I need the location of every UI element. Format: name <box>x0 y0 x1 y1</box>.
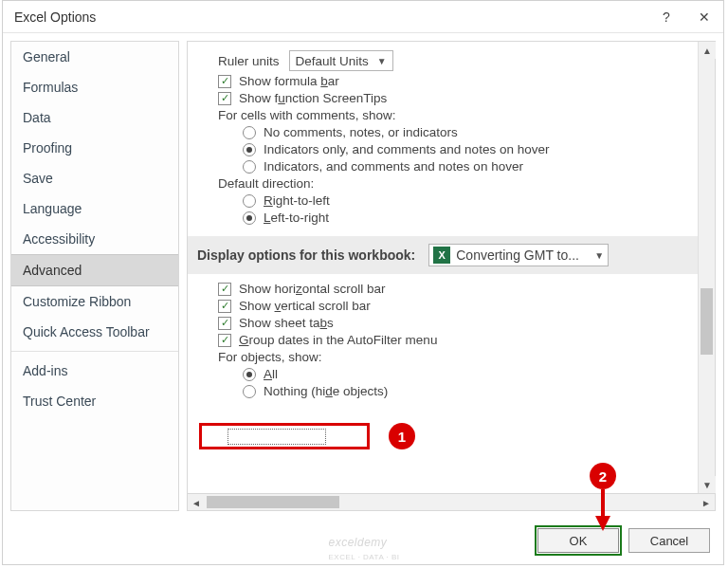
sidebar: General Formulas Data Proofing Save Lang… <box>10 41 179 511</box>
show-formula-bar-row[interactable]: Show formula bar <box>197 74 688 88</box>
excel-file-icon: X <box>433 247 450 264</box>
objects-all-label: All <box>264 367 278 381</box>
annotation-focus-sheet-tabs <box>228 429 326 445</box>
scroll-right-icon[interactable]: ► <box>698 494 715 511</box>
content-scroll: Ruler units Default Units ▼ Show formula… <box>187 41 716 494</box>
ruler-units-row: Ruler units Default Units ▼ <box>197 50 688 71</box>
radio-icon <box>243 385 256 398</box>
show-vscroll-label: Show vertical scroll bar <box>239 299 371 313</box>
ok-button[interactable]: OK <box>537 528 619 553</box>
sidebar-item-save[interactable]: Save <box>11 163 178 193</box>
direction-rtl-label: Right-to-left <box>264 193 330 208</box>
chevron-down-icon: ▼ <box>589 250 604 261</box>
sidebar-separator <box>11 351 178 352</box>
main-area: General Formulas Data Proofing Save Lang… <box>3 33 723 519</box>
workbook-name: Converting GMT to... <box>456 247 579 263</box>
sidebar-item-proofing[interactable]: Proofing <box>11 133 178 163</box>
workbook-select[interactable]: X Converting GMT to... ▼ <box>428 244 609 266</box>
horizontal-scrollbar[interactable]: ◄ ► <box>187 494 716 511</box>
show-function-screentips-row[interactable]: Show function ScreenTips <box>197 91 688 105</box>
scroll-down-icon[interactable]: ▼ <box>699 476 716 493</box>
sidebar-item-advanced[interactable]: Advanced <box>11 254 178 286</box>
sidebar-item-quick-access-toolbar[interactable]: Quick Access Toolbar <box>11 317 178 347</box>
radio-icon <box>243 211 256 225</box>
checkbox-icon <box>218 334 231 347</box>
titlebar: Excel Options ? ✕ <box>3 1 723 33</box>
direction-ltr[interactable]: Left-to-right <box>197 211 688 225</box>
sidebar-item-formulas[interactable]: Formulas <box>11 72 178 102</box>
show-hscroll-label: Show horizontal scroll bar <box>239 282 386 296</box>
ruler-units-label: Ruler units <box>218 54 280 68</box>
hscroll-thumb[interactable] <box>207 496 339 508</box>
checkbox-icon <box>218 283 231 296</box>
sidebar-item-data[interactable]: Data <box>11 102 178 133</box>
comments-opt-indicators-hover[interactable]: Indicators only, and comments and notes … <box>197 142 688 156</box>
direction-ltr-label: Left-to-right <box>264 211 329 225</box>
sidebar-item-add-ins[interactable]: Add-ins <box>11 356 178 386</box>
comments-heading: For cells with comments, show: <box>197 108 688 122</box>
group-dates-label: Group dates in the AutoFilter menu <box>239 333 437 347</box>
group-dates-row[interactable]: Group dates in the AutoFilter menu <box>197 333 688 347</box>
objects-all[interactable]: All <box>197 367 688 381</box>
show-sheet-tabs-row[interactable]: Show sheet tabs <box>197 316 688 330</box>
section-display-workbook: Display options for this workbook: X Con… <box>188 236 698 274</box>
radio-icon <box>243 194 256 208</box>
sidebar-item-customize-ribbon[interactable]: Customize Ribbon <box>11 286 178 317</box>
checkbox-icon <box>218 92 231 105</box>
content-wrap: Ruler units Default Units ▼ Show formula… <box>187 41 716 511</box>
sidebar-item-trust-center[interactable]: Trust Center <box>11 386 178 416</box>
comments-opt-indicators-always[interactable]: Indicators, and comments and notes on ho… <box>197 159 688 174</box>
annotation-redbox-sheet-tabs <box>199 423 370 449</box>
show-function-screentips-label: Show function ScreenTips <box>239 91 387 105</box>
objects-nothing[interactable]: Nothing (hide objects) <box>197 384 688 398</box>
show-vscroll-row[interactable]: Show vertical scroll bar <box>197 299 688 313</box>
show-hscroll-row[interactable]: Show horizontal scroll bar <box>197 282 688 296</box>
help-button[interactable]: ? <box>647 1 685 33</box>
scroll-up-icon[interactable]: ▲ <box>699 42 716 59</box>
ruler-units-value: Default Units <box>296 54 369 68</box>
cancel-button[interactable]: Cancel <box>628 528 710 553</box>
checkbox-icon <box>218 317 231 330</box>
direction-rtl[interactable]: Right-to-left <box>197 193 688 208</box>
dialog-title: Excel Options <box>14 9 647 25</box>
radio-icon <box>243 126 256 139</box>
radio-icon <box>243 143 256 156</box>
objects-nothing-label: Nothing (hide objects) <box>264 384 388 398</box>
radio-icon <box>243 368 256 381</box>
checkbox-icon <box>218 75 231 88</box>
help-icon: ? <box>663 9 670 25</box>
content-pane: Ruler units Default Units ▼ Show formula… <box>188 42 698 493</box>
comments-opt-none[interactable]: No comments, notes, or indicators <box>197 125 688 139</box>
excel-options-dialog: Excel Options ? ✕ General Formulas Data … <box>2 0 724 565</box>
checkbox-icon <box>218 300 231 313</box>
ruler-units-select[interactable]: Default Units ▼ <box>289 50 393 71</box>
dialog-footer: OK Cancel <box>3 519 723 564</box>
radio-icon <box>243 160 256 174</box>
sidebar-item-accessibility[interactable]: Accessibility <box>11 224 178 254</box>
vertical-scrollbar[interactable]: ▲ ▼ <box>698 42 715 493</box>
scroll-thumb[interactable] <box>701 288 713 355</box>
show-sheet-tabs-label: Show sheet tabs <box>239 316 334 330</box>
show-formula-bar-label: Show formula bar <box>239 74 339 88</box>
sidebar-item-general[interactable]: General <box>11 42 178 72</box>
annotation-callout-1: 1 <box>389 423 415 449</box>
objects-heading: For objects, show: <box>197 350 688 364</box>
hscroll-track[interactable] <box>205 494 698 510</box>
close-button[interactable]: ✕ <box>685 1 723 33</box>
sidebar-item-language[interactable]: Language <box>11 193 178 224</box>
direction-heading: Default direction: <box>197 176 688 191</box>
scroll-left-icon[interactable]: ◄ <box>188 494 205 511</box>
close-icon: ✕ <box>699 9 710 25</box>
chevron-down-icon: ▼ <box>372 56 387 66</box>
